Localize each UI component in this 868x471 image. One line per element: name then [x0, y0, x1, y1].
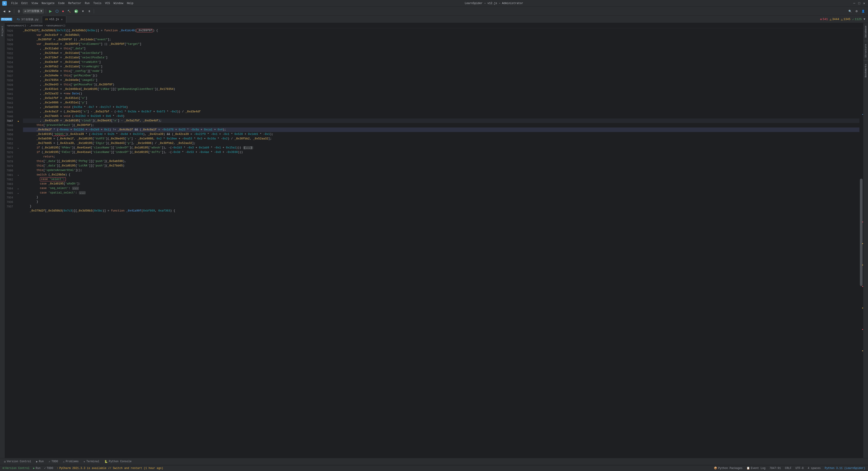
fold-indicator[interactable]: {...} — [243, 146, 253, 149]
status-cursor[interactable]: 7847:91 — [769, 466, 782, 471]
status-encoding[interactable]: UTF-8 — [795, 466, 804, 471]
code-content[interactable]: _0x379d2f[_0x3d50b3(0x7c3)][_0x3d50b3(0x… — [20, 28, 860, 458]
back-button[interactable]: ◀ — [2, 8, 6, 14]
maximize-button[interactable]: □ — [858, 2, 861, 5]
code-line-next: _0x379d2f[_0x3d50b3(0x7c3)][_0x3d50b3(0x… — [23, 209, 860, 213]
chevron-down-icon[interactable]: ▼ — [864, 18, 865, 21]
menu-edit[interactable]: Edit — [20, 0, 30, 7]
status-run[interactable]: ▶ Run — [32, 466, 41, 471]
gutter-fold-7884[interactable]: ▸ — [16, 187, 20, 191]
status-python-packages[interactable]: 📦 Python Packages — [713, 466, 743, 471]
scrollbar-track[interactable] — [860, 28, 863, 458]
gutter-fold-7885[interactable]: ▸ — [16, 191, 20, 196]
terminal-icon: ▸ — [84, 460, 85, 463]
anonymous-crumb[interactable]: <anonymous>() — [7, 24, 26, 27]
line-number-gutter: 7826 7828 7829 7830 7831 7832 7833 7834 … — [5, 28, 16, 458]
more-run-options[interactable]: ▼ — [80, 8, 86, 14]
editor-tabs: Py 3个别替换.py JS v12.js ✕ — [14, 16, 66, 23]
code-line-7844: , _0x5ab598 = void (0x35a * -0x7 + -0x17… — [23, 105, 860, 109]
scrollbar-thumb[interactable] — [860, 179, 863, 286]
tab-3个别替换[interactable]: Py 3个别替换.py — [14, 16, 41, 23]
coverage-button[interactable]: ▶ — [73, 8, 79, 14]
ok-count[interactable]: ✓ 1125 — [852, 18, 862, 21]
warning-count[interactable]: △ 3444 — [830, 18, 839, 21]
menu-vcs[interactable]: VCS — [103, 0, 112, 7]
window-title: LearnSpider – v12.js – Administrator — [465, 2, 523, 5]
tab-todo[interactable]: ✓ TODO — [46, 459, 60, 465]
todo-label: TODO — [52, 460, 58, 463]
status-event-log[interactable]: 📋 Event Log — [746, 466, 766, 471]
menu-tools[interactable]: Tools — [92, 0, 103, 7]
tab-python-console[interactable]: 🐍 Python Console — [102, 459, 134, 465]
window-controls: ─ □ ✕ — [853, 2, 866, 5]
line-num-7829: 7829 — [5, 38, 14, 42]
status-todo[interactable]: ✓ TODO — [43, 466, 54, 471]
crumb-0x3863ee[interactable]: _0x3863ee — [29, 24, 42, 27]
gutter-fold-7847[interactable]: ◆ — [16, 119, 20, 124]
gutter-row — [16, 114, 20, 119]
menu-view[interactable]: View — [30, 0, 40, 7]
menu-file[interactable]: File — [9, 0, 20, 7]
gutter-fold-7881[interactable]: ▾ — [16, 173, 20, 177]
status-bar: ⑆ Version Control ▶ Run ✓ TODO ↑ PyCharm… — [0, 465, 868, 471]
sidebar-database[interactable]: Database — [864, 24, 868, 39]
left-sidebar: Project — [0, 23, 5, 458]
menu-refactor[interactable]: Refactor — [66, 0, 83, 7]
line-num-7844: 7844 — [5, 105, 14, 110]
line-num-7852: 7852 — [5, 141, 14, 146]
error-count[interactable]: ⊗ 541 — [820, 18, 828, 21]
line-num-7849: 7849 — [5, 128, 14, 132]
sidebar-bookmarks[interactable]: Bookmarks — [864, 62, 868, 79]
settings-button[interactable]: ⚙ — [854, 8, 859, 14]
suspend-button[interactable]: ⏸ — [87, 8, 92, 14]
ok-icon: ✓ — [852, 18, 854, 21]
line-num-7828: 7828 — [5, 33, 14, 38]
close-button[interactable]: ✕ — [863, 2, 866, 5]
warning-icon: △ — [830, 18, 832, 21]
fold-indicator-7885[interactable]: ... — [79, 191, 86, 194]
tab-problems[interactable]: ⚠ Problems — [61, 459, 81, 465]
menu-run[interactable]: Run — [83, 0, 92, 7]
status-indent[interactable]: 4 spaces — [807, 466, 822, 471]
error-marker-1 — [862, 222, 863, 222]
warning-marker-2 — [862, 265, 863, 265]
forward-button[interactable]: ▶ — [7, 8, 12, 14]
status-update[interactable]: ↑ PyCharm 2021.3.3 is available // Switc… — [56, 466, 164, 471]
code-editor[interactable]: 7826 7828 7829 7830 7831 7832 7833 7834 … — [5, 28, 863, 458]
replace-badge[interactable]: ⇄ 3个别替换 ▼ — [23, 9, 44, 13]
tab-terminal[interactable]: ▸ Terminal — [81, 459, 102, 465]
code-line-7884: case 'seq_select': ... — [23, 186, 860, 191]
fold-indicator-7884[interactable]: ... — [72, 187, 79, 190]
crumb-anonymous-2[interactable]: <anonymous>() — [46, 24, 65, 27]
tab-run[interactable]: ▶ Run — [34, 459, 46, 465]
build-button[interactable]: 🔨 — [66, 8, 72, 14]
sidebar-structure[interactable]: Structure — [864, 42, 868, 59]
debug-button[interactable]: ⬡ — [54, 8, 60, 14]
coverage-icon: ▶ — [74, 9, 78, 13]
menu-navigate[interactable]: Navigate — [40, 0, 56, 7]
status-git[interactable]: ⑆ Version Control — [2, 466, 30, 471]
update-icon: ↑ — [57, 467, 58, 470]
run-button[interactable]: ▶ — [48, 8, 53, 14]
stop-button[interactable]: ■ — [61, 8, 65, 14]
menu-help[interactable]: Help — [125, 0, 135, 7]
search-everywhere-button[interactable]: 🔍 — [847, 8, 853, 14]
info-count[interactable]: △ 1345 — [841, 18, 850, 21]
line-num-7936: 7936 — [5, 200, 14, 205]
commit-button[interactable] — [16, 8, 22, 14]
warning-marker-1 — [862, 243, 863, 244]
menu-code[interactable]: Code — [56, 0, 66, 7]
sidebar-item-project[interactable]: Project — [1, 24, 4, 38]
status-line-ending[interactable]: CRLF — [784, 466, 793, 471]
line-num-7841: 7841 — [5, 92, 14, 96]
profile-button[interactable]: 👤 — [860, 8, 866, 14]
tab-v12js[interactable]: JS v12.js ✕ — [42, 16, 66, 23]
menu-window[interactable]: Window — [112, 0, 125, 7]
tab-close-button[interactable]: ✕ — [60, 18, 63, 21]
minimize-button[interactable]: ─ — [853, 2, 856, 5]
run-status-label: Run — [36, 467, 40, 470]
gutter-row — [16, 38, 20, 42]
tab-version-control[interactable]: ◎ Version Control — [2, 459, 33, 465]
status-python-version[interactable]: Python 3.11 (LearnSpider) — [824, 466, 866, 471]
gutter-fold-7853[interactable]: ▸ — [16, 146, 20, 150]
